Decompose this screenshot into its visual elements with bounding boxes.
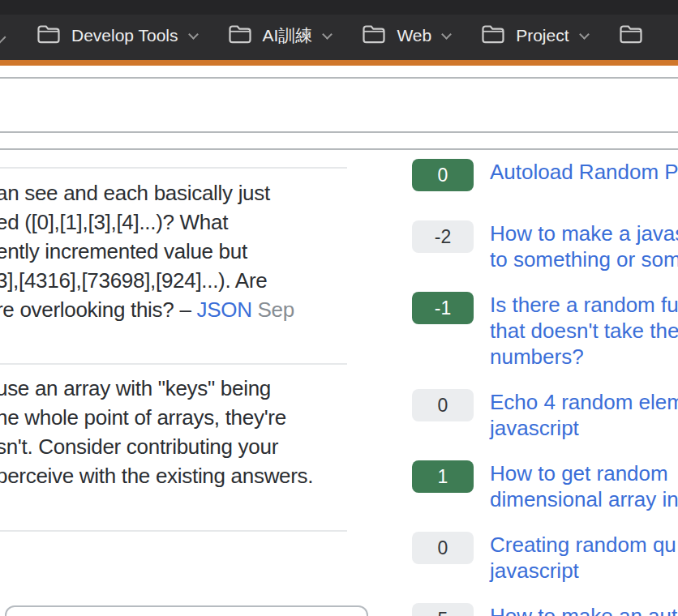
related-question-row: 1 How to get randomdimensional array in bbox=[412, 460, 678, 512]
related-question-row: 0 Autoload Random Pa bbox=[412, 159, 678, 201]
comment: use an array with "keys" beinghe whole p… bbox=[0, 374, 377, 490]
related-question-row: 0 Creating random qujavascript bbox=[412, 532, 678, 584]
related-question-link[interactable]: Echo 4 random elemjavascript bbox=[490, 389, 678, 441]
chevron-down-icon bbox=[581, 34, 588, 38]
related-question-row: 5 How to make an aut bbox=[412, 603, 678, 616]
chevron-down-icon bbox=[0, 31, 4, 45]
bookmark-folder[interactable]: Project bbox=[481, 24, 587, 48]
chevron-down-icon bbox=[324, 34, 331, 38]
bookmark-folder-label: Project bbox=[516, 26, 569, 45]
divider bbox=[0, 148, 678, 150]
bookmark-folder-label: AI訓練 bbox=[263, 24, 313, 47]
comment-line: re overlooking this? – JSON Sep bbox=[0, 295, 377, 324]
comment-divider bbox=[0, 530, 347, 532]
site-accent-bar bbox=[0, 60, 678, 66]
related-question-link[interactable]: How to make a javasto something or som bbox=[490, 220, 678, 272]
comment-1-lines: an see and each basically justed ([0],[1… bbox=[0, 178, 377, 295]
bookmark-folder[interactable]: Develop Tools bbox=[36, 24, 197, 48]
bookmark-folder[interactable]: Web bbox=[362, 24, 450, 48]
related-question-row: -1 Is there a random funthat doesn't tak… bbox=[412, 292, 678, 370]
comment-2-lines: use an array with "keys" beinghe whole p… bbox=[0, 374, 377, 490]
folder-icon bbox=[481, 24, 505, 48]
bookmarks-bar: Develop Tools AI訓練 Web Pro bbox=[0, 0, 678, 60]
folder-icon bbox=[36, 24, 61, 48]
vote-count-badge: 0 bbox=[412, 389, 474, 421]
folder-icon bbox=[228, 24, 252, 48]
vote-count-badge: 0 bbox=[412, 159, 474, 191]
divider bbox=[0, 77, 678, 79]
comment: an see and each basically justed ([0],[1… bbox=[0, 178, 377, 324]
comment-divider bbox=[0, 167, 347, 169]
related-questions-list: 0 Autoload Random Pa -2 How to make a ja… bbox=[412, 159, 678, 616]
bookmark-folder[interactable]: AI訓練 bbox=[228, 24, 332, 48]
vote-count-badge: 0 bbox=[412, 532, 474, 564]
related-question-row: -2 How to make a javasto something or so… bbox=[412, 220, 678, 272]
bookmark-folder-label: Web bbox=[397, 26, 431, 45]
vote-count-badge: -1 bbox=[412, 292, 474, 324]
divider bbox=[0, 131, 678, 133]
vote-count-badge: 5 bbox=[412, 603, 474, 616]
chevron-down-icon bbox=[190, 34, 197, 38]
related-question-link[interactable]: How to get randomdimensional array in bbox=[490, 460, 678, 512]
comment-divider bbox=[0, 363, 347, 365]
folder-icon bbox=[362, 24, 386, 48]
related-question-link[interactable]: How to make an aut bbox=[490, 603, 677, 616]
comment-text: re overlooking this? – bbox=[0, 297, 196, 322]
related-question-link[interactable]: Autoload Random Pa bbox=[490, 159, 678, 185]
comment-timestamp: Sep bbox=[252, 297, 294, 322]
user-link[interactable]: JSON bbox=[196, 297, 251, 322]
bookmark-folder[interactable] bbox=[619, 24, 643, 48]
folder-icon bbox=[619, 24, 643, 48]
related-question-row: 0 Echo 4 random elemjavascript bbox=[412, 389, 678, 441]
related-question-link[interactable]: Creating random qujavascript bbox=[490, 532, 676, 584]
bookmark-folder-label: Develop Tools bbox=[71, 26, 178, 45]
vote-count-badge: 1 bbox=[412, 460, 474, 493]
vote-count-badge: -2 bbox=[412, 220, 474, 253]
related-question-link[interactable]: Is there a random funthat doesn't take t… bbox=[490, 292, 678, 370]
chevron-down-icon bbox=[443, 34, 450, 38]
add-comment-input[interactable] bbox=[5, 605, 368, 616]
